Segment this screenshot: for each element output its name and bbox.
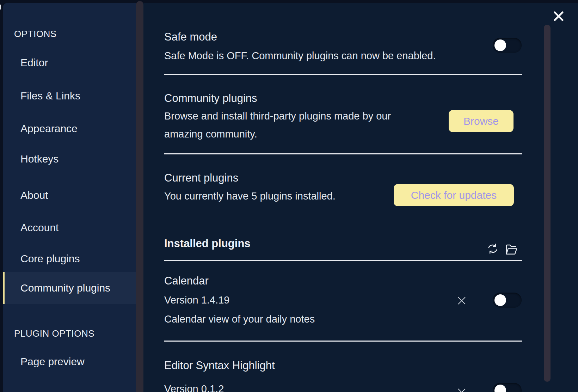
uninstall-icon[interactable] — [456, 387, 467, 392]
content-scrollbar[interactable] — [544, 25, 551, 382]
sidebar-item-account[interactable]: Account — [20, 221, 59, 234]
sidebar-section-options: OPTIONS — [14, 28, 57, 39]
divider — [164, 153, 522, 154]
check-for-updates-button[interactable]: Check for updates — [394, 184, 514, 206]
divider — [164, 74, 522, 75]
plugin-name-editor-syntax-highlight: Editor Syntax Highlight — [164, 359, 275, 372]
settings-content: Safe mode Safe Mode is OFF. Community pl… — [143, 3, 578, 392]
sidebar-section-plugin-options: PLUGIN OPTIONS — [14, 328, 94, 339]
calendar-toggle[interactable] — [493, 293, 522, 308]
sidebar-item-community-plugins[interactable]: Community plugins — [3, 272, 136, 304]
sync-icon[interactable] — [486, 243, 499, 257]
sidebar-item-appearance[interactable]: Appearance — [20, 122, 78, 135]
plugin-version-calendar: Version 1.4.19 — [164, 291, 229, 309]
sidebar-item-label: Community plugins — [20, 282, 110, 294]
sidebar-item-files-links[interactable]: Files & Links — [20, 90, 80, 102]
sidebar-scrollbar[interactable] — [136, 1, 143, 392]
setting-name-safe-mode: Safe mode — [164, 30, 217, 43]
setting-name-current-plugins: Current plugins — [164, 171, 238, 184]
setting-desc-current-plugins: You currently have 5 plugins installed. — [164, 187, 336, 205]
folder-icon[interactable] — [505, 243, 518, 257]
toggle-knob — [494, 294, 506, 306]
setting-desc-community-plugins: Browse and install third-party plugins m… — [164, 107, 411, 143]
sidebar-item-page-preview[interactable]: Page preview — [20, 355, 85, 368]
settings-backdrop: OPTIONS Editor Files & Links Appearance … — [0, 0, 578, 392]
installed-plugins-heading: Installed plugins — [164, 237, 251, 250]
settings-sidebar: OPTIONS Editor Files & Links Appearance … — [3, 3, 136, 392]
setting-name-community-plugins: Community plugins — [164, 92, 257, 105]
divider — [164, 260, 522, 261]
sidebar-item-editor[interactable]: Editor — [20, 56, 48, 69]
divider — [164, 341, 522, 342]
sidebar-item-core-plugins[interactable]: Core plugins — [20, 252, 80, 265]
close-icon[interactable] — [552, 9, 566, 23]
plugin-name-calendar: Calendar — [164, 274, 209, 287]
sidebar-item-about[interactable]: About — [20, 189, 48, 202]
toggle-knob — [494, 39, 506, 51]
setting-desc-safe-mode: Safe Mode is OFF. Community plugins can … — [164, 47, 436, 65]
selected-item-accent-bar — [3, 272, 5, 304]
uninstall-icon[interactable] — [456, 295, 467, 306]
browse-button[interactable]: Browse — [449, 110, 514, 132]
sidebar-item-hotkeys[interactable]: Hotkeys — [20, 153, 59, 165]
editor-syntax-highlight-toggle[interactable] — [493, 383, 522, 392]
safe-mode-toggle[interactable] — [493, 38, 522, 53]
window-edge-notch — [0, 5, 1, 10]
plugin-version-editor-syntax-highlight: Version 0.1.2 — [164, 383, 224, 392]
plugin-desc-calendar: Calendar view of your daily notes — [164, 310, 315, 328]
toggle-knob — [494, 385, 506, 392]
